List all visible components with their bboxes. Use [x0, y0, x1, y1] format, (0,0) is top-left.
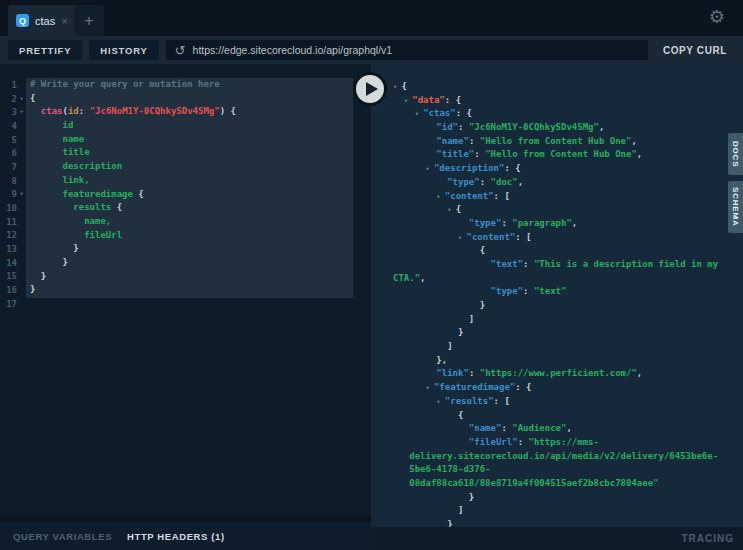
code-token-field: fileUrl: [30, 230, 122, 240]
code-token-punc: [393, 396, 436, 406]
response-pane[interactable]: ▾ { ▾ "data": { ▾ "ctas": { "id": "Jc6No…: [371, 64, 743, 527]
code-token-punc: {: [393, 410, 463, 420]
code-token-punc: [393, 191, 436, 201]
line-number: 14: [6, 258, 17, 268]
code-token-arr: ▾: [426, 165, 434, 173]
code-line: "link": "https://www.perficient.com/",: [389, 367, 743, 381]
code-line: ▾ "featuredimage": {: [389, 381, 743, 395]
line-number: 12: [6, 230, 17, 240]
code-token-keyd: "data": [412, 95, 445, 105]
line-number: 7: [12, 162, 17, 172]
tab-label: ctas: [35, 15, 55, 27]
copy-curl-button[interactable]: COPY CURL: [655, 45, 735, 56]
docs-side-tab[interactable]: DOCS: [728, 133, 743, 175]
code-token-arr: ▾: [426, 384, 434, 392]
code-token-key: "type": [469, 218, 502, 228]
code-line: id: [26, 119, 359, 133]
code-token-punc: :: [458, 122, 469, 132]
tracing-toggle[interactable]: TRACING: [681, 533, 734, 544]
code-token-arr: ▾: [447, 206, 455, 214]
code-line: [26, 297, 359, 311]
code-line: "text": "This is a description field in …: [389, 258, 743, 272]
code-line: fileUrl: [26, 229, 359, 243]
gutter-row: 14: [0, 256, 26, 270]
code-token-val: 5be6-4178-d376-: [393, 464, 491, 474]
code-line: }: [26, 256, 359, 270]
tab-bar: Q ctas × + ⚙: [0, 0, 743, 36]
gutter-row: 5: [0, 133, 26, 147]
code-token-key: "text": [491, 259, 524, 269]
execute-query-button[interactable]: [353, 72, 387, 106]
code-line: delivery.sitecorecloud.io/api/media/v2/d…: [389, 450, 743, 464]
code-token-punc: {: [30, 93, 35, 103]
code-token-punc: :: [469, 368, 480, 378]
gutter-row: 10: [0, 201, 26, 215]
code-token-root: ctas: [41, 106, 63, 116]
code-token-punc: {: [393, 245, 485, 255]
code-token-punc: [393, 382, 426, 392]
line-number: 11: [6, 217, 17, 227]
new-tab-button[interactable]: +: [74, 5, 104, 36]
code-token-punc: : {: [504, 163, 520, 173]
query-variables-tab[interactable]: QUERY VARIABLES: [13, 531, 112, 542]
prettify-button[interactable]: PRETTIFY: [8, 40, 82, 60]
http-headers-tab[interactable]: HTTP HEADERS (1): [127, 531, 225, 542]
code-token-punc: {: [111, 202, 122, 212]
code-line: ctas(id: "Jc6NoM1Y-0CQhkySDv4SMg") {: [26, 105, 359, 119]
code-line: }: [26, 270, 359, 284]
code-token-punc: :: [523, 259, 534, 269]
code-token-punc: [393, 218, 469, 228]
code-token-punc: },: [393, 355, 447, 365]
code-token-punc: [393, 368, 436, 378]
code-token-punc: :: [518, 437, 529, 447]
gutter-row: 1: [0, 78, 26, 92]
line-number: 15: [6, 271, 17, 281]
code-token-punc: : {: [456, 108, 472, 118]
code-line: title: [26, 146, 359, 160]
code-token-val: "Hello from Content Hub One": [480, 136, 632, 146]
code-token-val: delivery.sitecorecloud.io/api/media/v2/d…: [393, 451, 718, 461]
fold-arrow-icon[interactable]: ▾: [17, 190, 26, 198]
code-token-val: CTA.": [393, 273, 420, 283]
code-token-punc: [393, 108, 415, 118]
code-token-punc: ,: [572, 218, 577, 228]
tab-ctas[interactable]: Q ctas ×: [8, 5, 76, 36]
code-line: ▾ {: [389, 203, 743, 217]
code-token-punc: ,: [637, 149, 642, 159]
code-token-punc: :: [501, 218, 512, 228]
code-token-key: "featuredimage": [434, 382, 515, 392]
code-line: }: [26, 283, 359, 297]
graphql-playground-window: Q ctas × + ⚙ PRETTIFY HISTORY ↺ https://…: [0, 0, 743, 550]
query-tab-icon: Q: [16, 14, 29, 27]
code-line: {: [26, 92, 359, 106]
gutter-row: 7: [0, 160, 26, 174]
code-token-punc: [393, 437, 469, 447]
code-token-key: "type": [447, 177, 480, 187]
code-token-punc: [393, 149, 436, 159]
code-token-punc: [393, 163, 426, 173]
code-token-val: "paragraph": [512, 218, 572, 228]
code-line: ▾ "description": {: [389, 162, 743, 176]
fold-arrow-icon[interactable]: ▾: [17, 95, 26, 103]
code-token-field: description: [30, 161, 122, 171]
endpoint-url-input[interactable]: ↺ https://edge.sitecorecloud.io/api/grap…: [166, 40, 648, 60]
settings-gear-icon[interactable]: ⚙: [709, 5, 725, 29]
line-number: 4: [12, 121, 17, 131]
code-token-field: name: [30, 134, 84, 144]
schema-side-tab[interactable]: SCHEMA: [728, 181, 743, 233]
fold-arrow-icon[interactable]: ▾: [17, 108, 26, 116]
close-tab-icon[interactable]: ×: [61, 15, 67, 27]
code-token-field: name,: [30, 216, 111, 226]
code-line: description: [26, 160, 359, 174]
reload-icon[interactable]: ↺: [175, 44, 186, 57]
code-token-punc: [393, 95, 404, 105]
code-token-punc: [393, 423, 469, 433]
query-editor-pane[interactable]: 12▾3▾456789▾1011121314151617 # Write you…: [0, 64, 371, 515]
history-button[interactable]: HISTORY: [89, 40, 158, 60]
query-editor-code[interactable]: # Write your query or mutation here{ cta…: [26, 78, 359, 311]
gutter-row: 13: [0, 242, 26, 256]
code-token-punc: }: [30, 271, 46, 281]
code-token-punc: [393, 136, 436, 146]
line-number: 1: [12, 80, 17, 90]
code-token-punc: : {: [515, 382, 531, 392]
